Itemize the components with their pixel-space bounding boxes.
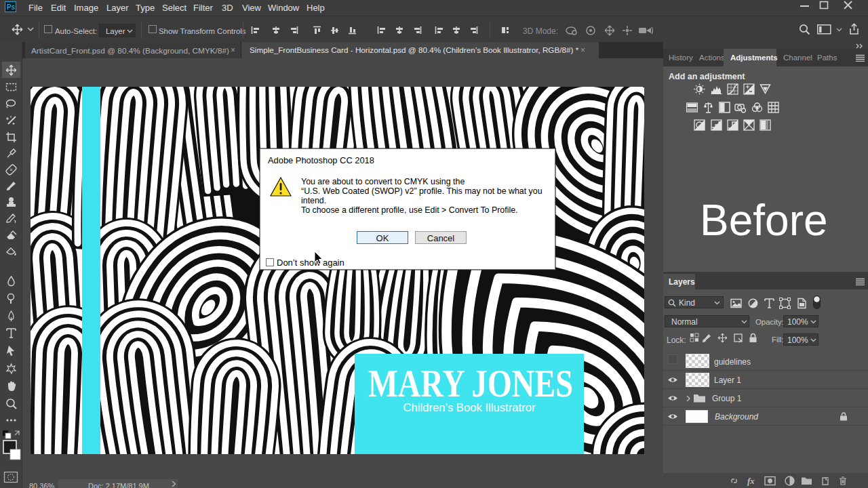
- svg-text:MARY JONES: MARY JONES: [368, 361, 573, 405]
- svg-text:Ps: Ps: [7, 3, 15, 11]
- svg-text:fx: fx: [747, 476, 755, 486]
- svg-text:Children’s Book Illustratror: Children’s Book Illustratror: [403, 401, 536, 413]
